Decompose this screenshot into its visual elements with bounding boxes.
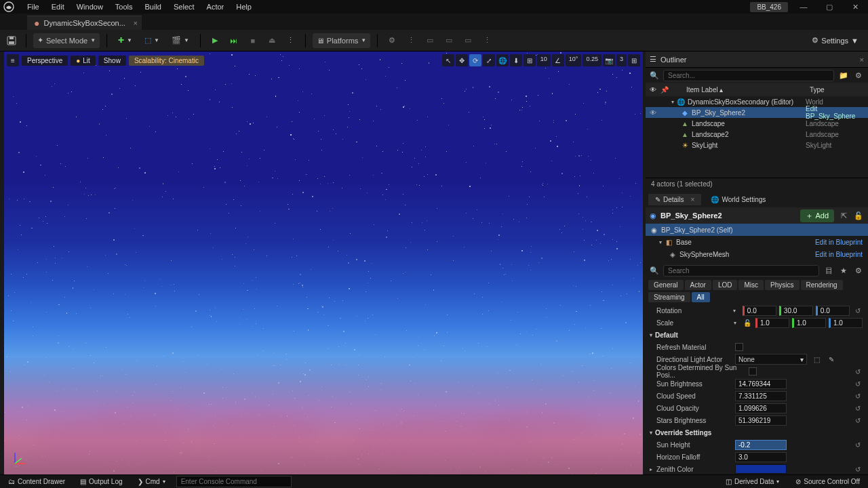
toolbar-ic3[interactable]: ▭ <box>460 33 475 48</box>
viewport[interactable]: ≡ Perspective ●Lit Show Scalability: Cin… <box>4 52 643 474</box>
scale-y-input[interactable] <box>792 318 826 328</box>
sun-brightness-input[interactable] <box>735 379 787 389</box>
source-control-button[interactable]: ⊘Source Control Off <box>791 478 864 485</box>
cinematics-button[interactable]: 🎬▼ <box>167 33 193 48</box>
scale-z-input[interactable] <box>829 318 863 328</box>
toolbar-ic2[interactable]: ▭ <box>441 33 456 48</box>
root-component-row[interactable]: ◉BP_Sky_Sphere2 (Self) <box>646 224 868 236</box>
menu-build[interactable]: Build <box>140 1 167 12</box>
cloud-opacity-input[interactable] <box>735 403 787 413</box>
save-icon[interactable] <box>4 33 19 48</box>
type-column[interactable]: Type <box>810 86 864 94</box>
visibility-icon[interactable]: 👁 <box>646 109 660 117</box>
details-search-input[interactable] <box>663 265 819 277</box>
select-tool-icon[interactable]: ↖ <box>442 54 454 66</box>
add-content-button[interactable]: ✚▼ <box>114 33 136 48</box>
eject-button[interactable]: ⏏ <box>264 33 279 48</box>
stars-brightness-input[interactable] <box>735 415 787 426</box>
cat-all[interactable]: All <box>692 292 710 302</box>
angle-snap-icon[interactable]: ∠ <box>552 54 564 66</box>
options-icon-2[interactable]: ⋮ <box>479 33 494 48</box>
actor-row[interactable]: ☀SkyLight SkyLight <box>646 140 868 150</box>
output-log-button[interactable]: ▤Output Log <box>76 478 126 485</box>
close-icon[interactable]: × <box>691 196 695 203</box>
properties-scroll[interactable]: Rotation▾ ↺ Scale▾ 🔓 <box>646 304 868 474</box>
viewport-menu-icon[interactable]: ≡ <box>7 54 19 66</box>
maximize-button[interactable]: ▢ <box>819 1 840 13</box>
refresh-checkbox[interactable] <box>735 343 743 351</box>
close-button[interactable]: ✕ <box>845 1 865 13</box>
label-column[interactable]: Item Label ▴ <box>673 86 806 94</box>
reset-icon[interactable]: ↺ <box>853 466 863 473</box>
rotation-z-input[interactable] <box>816 306 850 316</box>
cat-lod[interactable]: LOD <box>713 280 738 290</box>
menu-select[interactable]: Select <box>168 1 200 12</box>
component-row[interactable]: ◈SkySphereMesh Edit in Blueprint <box>646 248 868 260</box>
document-tab[interactable]: ● DynamicSkyBoxSecon... × <box>27 16 142 30</box>
use-selected-icon[interactable]: ✎ <box>826 354 837 365</box>
reset-icon[interactable]: ↺ <box>853 405 863 412</box>
grid-snap-value[interactable]: 10 <box>537 54 551 66</box>
picker-icon[interactable]: ⬚ <box>811 354 822 365</box>
translate-tool-icon[interactable]: ✥ <box>456 54 468 66</box>
view-options-icon[interactable]: 目 <box>823 265 834 276</box>
cat-streaming[interactable]: Streaming <box>648 292 690 302</box>
play-step-button[interactable]: ⏭ <box>226 33 241 48</box>
derived-data-button[interactable]: ◫Derived Data ▾ <box>722 478 783 485</box>
visibility-column-icon[interactable]: 👁 <box>650 86 656 94</box>
default-section[interactable]: ▾Default <box>646 329 868 341</box>
select-mode-button[interactable]: ✦ Select Mode ▼ <box>33 33 100 48</box>
scale-x-input[interactable] <box>755 318 789 328</box>
play-button[interactable]: ▶ <box>208 33 222 48</box>
cat-general[interactable]: General <box>648 280 684 290</box>
menu-help[interactable]: Help <box>231 1 257 12</box>
actor-row[interactable]: ▲Landscape Landscape <box>646 118 868 129</box>
details-tab[interactable]: ✎Details× <box>648 194 701 205</box>
scale-tool-icon[interactable]: ⤢ <box>483 54 495 66</box>
minimize-button[interactable]: — <box>793 1 814 13</box>
add-folder-icon[interactable]: 📁 <box>838 70 849 81</box>
cat-misc[interactable]: Misc <box>738 280 764 290</box>
options-icon[interactable]: ⋮ <box>403 33 418 48</box>
zenith-color-swatch[interactable] <box>735 464 787 474</box>
close-outliner-icon[interactable]: × <box>860 56 864 64</box>
close-tab-icon[interactable]: × <box>133 19 137 27</box>
platforms-button[interactable]: 🖥 Platforms ▼ <box>313 33 370 48</box>
menu-tools[interactable]: Tools <box>110 1 138 12</box>
cat-rendering[interactable]: Rendering <box>801 280 843 290</box>
settings-button[interactable]: ⚙ Settings ▼ <box>806 36 864 45</box>
play-options-icon[interactable]: ⋮ <box>283 33 298 48</box>
view-lit[interactable]: ●Lit <box>71 56 96 66</box>
menu-window[interactable]: Window <box>71 1 108 12</box>
console-input[interactable] <box>176 476 292 487</box>
stop-button[interactable]: ■ <box>245 33 260 48</box>
menu-file[interactable]: File <box>22 1 45 12</box>
browse-icon[interactable]: ⇱ <box>838 210 849 221</box>
view-perspective[interactable]: Perspective <box>22 56 68 66</box>
edit-blueprint-link[interactable]: Edit in Blueprint <box>815 239 863 246</box>
cat-physics[interactable]: Physics <box>765 280 799 290</box>
grid-snap-icon[interactable]: ⊞ <box>524 54 536 66</box>
world-settings-tab[interactable]: 🌐World Settings <box>704 194 772 205</box>
favorites-icon[interactable]: ★ <box>838 265 849 276</box>
view-show[interactable]: Show <box>98 56 126 66</box>
angle-snap-value[interactable]: 10° <box>566 54 582 66</box>
reset-icon[interactable]: ↺ <box>853 392 863 400</box>
lock-scale-icon[interactable]: 🔓 <box>743 319 751 327</box>
user-badge[interactable]: BB_426 <box>750 2 788 12</box>
toolbar-ic1[interactable]: ▭ <box>422 33 437 48</box>
cloud-speed-input[interactable] <box>735 391 787 401</box>
camera-speed-value[interactable]: 3 <box>616 54 627 66</box>
rotate-tool-icon[interactable]: ⟳ <box>469 54 481 66</box>
reset-icon[interactable]: ↺ <box>854 307 863 314</box>
menu-actor[interactable]: Actor <box>201 1 230 12</box>
reset-icon[interactable]: ↺ <box>853 417 863 424</box>
component-row[interactable]: ▾◧Base Edit in Blueprint <box>646 236 868 248</box>
gear-icon[interactable]: ⚙ <box>853 265 864 276</box>
add-component-button[interactable]: ＋Add <box>800 209 834 222</box>
outliner-search-input[interactable] <box>663 70 834 81</box>
coord-space-icon[interactable]: 🌐 <box>496 54 509 66</box>
cmd-selector[interactable]: ❯Cmd ▾ <box>134 478 170 485</box>
directional-light-combo[interactable]: None▾ <box>735 354 807 365</box>
override-section[interactable]: ▾Override Settings <box>646 426 868 439</box>
